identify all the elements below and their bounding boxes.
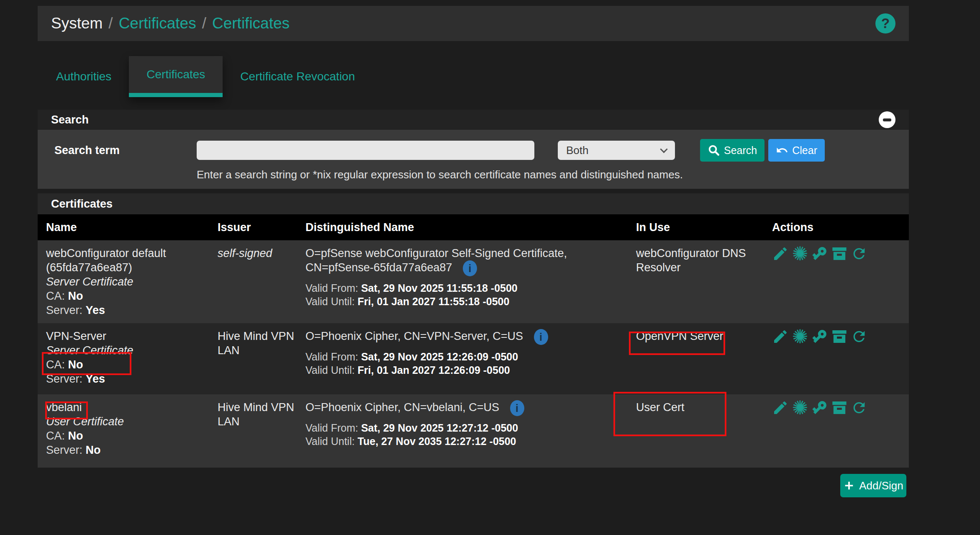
certificates-panel-title: Certificates [51, 198, 113, 211]
cert-actions-cell: ✺ [768, 240, 909, 262]
valid-until: Fri, 01 Jan 2027 12:26:09 -0500 [358, 364, 510, 376]
column-name: Name [38, 214, 213, 240]
archive-icon[interactable] [831, 399, 848, 416]
archive-icon[interactable] [831, 245, 848, 262]
distinguished-name: O=Phoenix Cipher, CN=vbelani, C=US [305, 401, 499, 414]
issuer: Hive Mind VPN LAN [218, 330, 294, 357]
table-row: webConfigurator default (65fda77a6ea87) … [38, 240, 909, 323]
info-icon[interactable]: i [510, 400, 524, 416]
cert-name-cell: vbelani User Certificate CA: No Server: … [38, 394, 213, 463]
in-use: webConfigurator DNS Resolver [636, 247, 746, 274]
ca-value: No [68, 358, 83, 371]
edit-icon[interactable] [772, 399, 789, 416]
cert-dn-cell: O=Phoenix Cipher, CN=vbelani, C=US i Val… [301, 394, 632, 454]
archive-icon[interactable] [831, 328, 848, 345]
cert-in-use-cell: User Cert [632, 394, 768, 420]
cert-dn-cell: O=pfSense webConfigurator Self-Signed Ce… [301, 240, 632, 314]
valid-until: Tue, 27 Nov 2035 12:27:12 -0500 [358, 435, 516, 447]
info-icon[interactable]: i [534, 329, 548, 345]
server-value: Yes [86, 304, 105, 316]
breadcrumb-certificates-page[interactable]: Certificates [212, 15, 290, 32]
certificate-icon[interactable]: ✺ [792, 328, 808, 345]
column-in-use: In Use [632, 214, 768, 240]
certificate-icon[interactable]: ✺ [792, 399, 808, 416]
search-panel-body: Search term Both Search [38, 130, 909, 189]
renew-icon[interactable] [851, 245, 867, 262]
cert-name-cell: VPN-Server Server Certificate CA: No Ser… [38, 323, 213, 392]
ca-value: No [68, 290, 83, 302]
edit-icon[interactable] [772, 328, 789, 345]
certificates-panel: Certificates Name Issuer Distinguished N… [38, 193, 909, 468]
search-scope-select[interactable]: Both [558, 141, 675, 160]
plus-icon [843, 480, 855, 491]
valid-from: Sat, 29 Nov 2025 12:26:09 -0500 [361, 351, 518, 363]
search-icon [708, 144, 720, 157]
page-header: System / Certificates / Certificates ? [38, 6, 909, 41]
cert-name: webConfigurator default (65fda77a6ea87) [46, 246, 209, 275]
server-value: Yes [86, 373, 105, 385]
undo-icon [776, 144, 788, 157]
cert-actions-cell: ✺ [768, 323, 909, 345]
server-value: No [86, 444, 101, 456]
breadcrumb: System / Certificates / Certificates [51, 15, 290, 32]
search-panel: Search Search term Both Search [38, 110, 909, 189]
distinguished-name: O=Phoenix Cipher, CN=VPN-Server, C=US [305, 330, 523, 342]
add-sign-button[interactable]: Add/Sign [840, 474, 906, 497]
certificates-panel-header: Certificates [38, 193, 909, 214]
issuer: self-signed [218, 247, 272, 260]
cert-issuer-cell: Hive Mind VPN LAN [213, 394, 301, 435]
cert-type: Server Certificate [46, 275, 209, 289]
cert-in-use-cell: OpenVPN Server [632, 323, 768, 349]
column-issuer: Issuer [213, 214, 301, 240]
cert-actions-cell: ✺ [768, 394, 909, 416]
search-panel-title: Search [51, 113, 89, 126]
key-icon[interactable] [811, 328, 828, 345]
edit-icon[interactable] [772, 245, 789, 262]
breadcrumb-system: System [51, 15, 103, 32]
column-distinguished-name: Distinguished Name [301, 214, 632, 240]
tab-certificate-revocation[interactable]: Certificate Revocation [223, 56, 372, 97]
certificate-icon[interactable]: ✺ [792, 245, 808, 262]
tab-bar: Authorities Certificates Certificate Rev… [38, 56, 372, 97]
chevron-down-icon [660, 145, 667, 153]
issuer: Hive Mind VPN LAN [218, 401, 294, 428]
breadcrumb-separator: / [202, 15, 206, 32]
valid-from: Sat, 29 Nov 2025 11:55:18 -0500 [361, 282, 518, 294]
cert-name: VPN-Server [46, 329, 209, 343]
renew-icon[interactable] [851, 399, 867, 416]
search-input[interactable] [197, 141, 534, 160]
cert-dn-cell: O=Phoenix Cipher, CN=VPN-Server, C=US i … [301, 323, 632, 383]
search-hint: Enter a search string or *nix regular ex… [38, 168, 909, 181]
renew-icon[interactable] [851, 328, 867, 345]
search-term-label: Search term [38, 144, 197, 157]
search-button[interactable]: Search [700, 139, 765, 162]
in-use: OpenVPN Server [636, 330, 723, 342]
table-header: Name Issuer Distinguished Name In Use Ac… [38, 214, 909, 240]
collapse-icon[interactable] [879, 111, 895, 128]
key-icon[interactable] [811, 399, 828, 416]
cert-type: Server Certificate [46, 343, 209, 358]
help-icon[interactable]: ? [875, 13, 895, 33]
ca-value: No [68, 430, 83, 442]
breadcrumb-separator: / [108, 15, 113, 32]
key-icon[interactable] [811, 245, 828, 262]
tab-certificates[interactable]: Certificates [129, 56, 223, 97]
cert-in-use-cell: webConfigurator DNS Resolver [632, 240, 768, 280]
search-scope-value: Both [566, 144, 589, 157]
clear-button[interactable]: Clear [768, 139, 825, 162]
cert-name: vbelani [46, 400, 209, 414]
breadcrumb-certificates-section[interactable]: Certificates [119, 15, 196, 32]
tab-authorities[interactable]: Authorities [38, 56, 129, 97]
cert-name-cell: webConfigurator default (65fda77a6ea87) … [38, 240, 213, 323]
cert-issuer-cell: Hive Mind VPN LAN [213, 323, 301, 363]
in-use: User Cert [636, 401, 685, 414]
distinguished-name: O=pfSense webConfigurator Self-Signed Ce… [305, 247, 567, 274]
valid-until: Fri, 01 Jan 2027 11:55:18 -0500 [358, 296, 510, 307]
cert-type: User Certificate [46, 414, 209, 429]
info-icon[interactable]: i [463, 260, 477, 276]
column-actions: Actions [768, 214, 909, 240]
search-panel-header: Search [38, 110, 909, 130]
table-row: VPN-Server Server Certificate CA: No Ser… [38, 323, 909, 394]
table-row: vbelani User Certificate CA: No Server: … [38, 394, 909, 468]
valid-from: Sat, 29 Nov 2025 12:27:12 -0500 [361, 422, 518, 434]
